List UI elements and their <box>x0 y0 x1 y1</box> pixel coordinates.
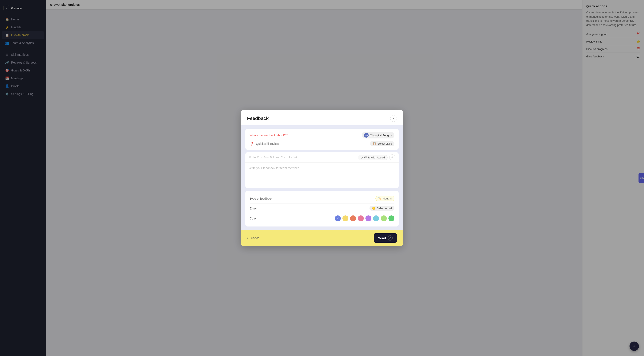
who-row: Who's the feedback about? * CS Chongkal … <box>250 132 394 139</box>
emoji-row: Emoji 😊 Select emoji <box>250 203 394 213</box>
skill-row: ❓ Quick skill review 📋 Select skills <box>250 141 394 146</box>
close-button[interactable]: × <box>390 115 397 122</box>
editor-hint: ⌘ Use Cmd+B for Bold and Cmd+I for Itali… <box>249 156 298 159</box>
editor-card: ⌘ Use Cmd+B for Bold and Cmd+I for Itali… <box>245 152 399 188</box>
modal-footer: ↩ Cancel Send ✓ <box>241 230 403 246</box>
send-button[interactable]: Send ✓ <box>374 233 397 243</box>
color-label: Color <box>250 217 256 220</box>
emoji-icon: 😊 <box>372 207 376 210</box>
color-dot-orange[interactable] <box>350 215 356 221</box>
editor-placeholder: Write your feedback for team member... <box>249 166 301 170</box>
select-emoji-button[interactable]: 😊 Select emoji <box>370 206 394 211</box>
color-row: Color <box>250 213 394 223</box>
modal-body: Who's the feedback about? * CS Chongkal … <box>241 125 403 230</box>
color-dot-lime[interactable] <box>381 215 387 221</box>
cancel-button[interactable]: ↩ Cancel <box>247 236 260 240</box>
modal-title: Feedback <box>247 116 269 121</box>
skill-icon: ❓ <box>250 142 254 146</box>
editor-content[interactable]: Write your feedback for team member... <box>245 163 399 188</box>
type-row: Type of feedback 🏷️ Neutral <box>250 194 394 203</box>
editor-toolbar: ⌘ Use Cmd+B for Bold and Cmd+I for Itali… <box>245 152 399 163</box>
type-label: Type of feedback <box>250 197 272 200</box>
send-check-icon: ✓ <box>388 235 393 240</box>
editor-add-button[interactable]: + <box>389 154 395 160</box>
editor-toolbar-right: ◇ Write with Ace AI + <box>358 154 395 160</box>
quick-skill-label: Quick skill review <box>256 142 368 146</box>
person-name: Chongkal Seng <box>370 134 389 137</box>
skills-icon: 📋 <box>373 142 376 145</box>
type-card: Type of feedback 🏷️ Neutral Emoji 😊 Sele… <box>245 191 399 226</box>
who-card: Who's the feedback about? * CS Chongkal … <box>245 129 399 150</box>
tag-icon: 🏷️ <box>378 197 382 200</box>
color-dot-purple[interactable] <box>366 215 372 221</box>
modal-overlay[interactable]: Feedback × Who's the feedback about? * C… <box>0 0 644 356</box>
modal-header: Feedback × <box>241 110 403 125</box>
emoji-label: Emoji <box>250 207 257 210</box>
person-tag[interactable]: CS Chongkal Seng × <box>362 132 394 139</box>
remove-person-button[interactable]: × <box>390 134 392 137</box>
who-label: Who's the feedback about? * <box>250 134 288 137</box>
required-marker: * <box>286 134 288 137</box>
color-dot-teal[interactable] <box>373 215 379 221</box>
color-dot-blue[interactable] <box>335 215 341 221</box>
fab-button[interactable]: + <box>630 342 639 351</box>
write-ai-button[interactable]: ◇ Write with Ace AI <box>358 155 388 160</box>
feedback-modal: Feedback × Who's the feedback about? * C… <box>241 110 403 246</box>
color-dots <box>335 215 394 221</box>
avatar: CS <box>364 133 369 138</box>
ai-icon: ◇ <box>361 156 363 159</box>
color-dot-green[interactable] <box>388 215 394 221</box>
select-skills-button[interactable]: 📋 Select skills <box>370 141 394 146</box>
type-badge[interactable]: 🏷️ Neutral <box>376 196 394 201</box>
undo-icon: ↩ <box>247 236 250 240</box>
color-dot-yellow[interactable] <box>342 215 348 221</box>
color-dot-pink[interactable] <box>358 215 364 221</box>
